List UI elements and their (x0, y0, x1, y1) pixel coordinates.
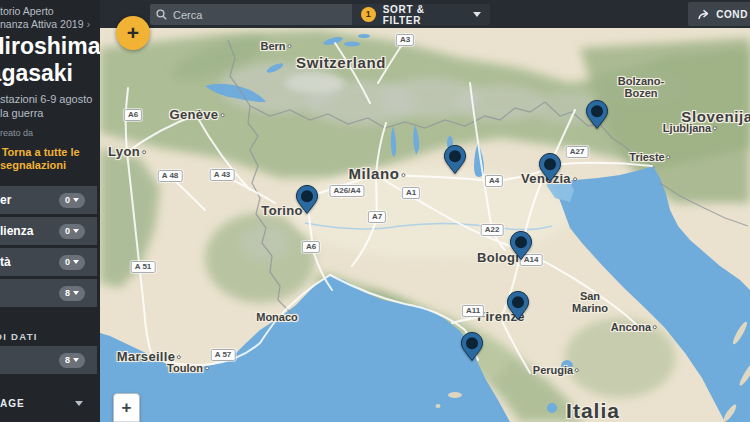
filter-count-pill[interactable]: 0 (59, 255, 85, 270)
filter-count-pill[interactable]: 0 (59, 224, 85, 239)
sidebar-footer-item[interactable]: AGE (0, 398, 97, 409)
sidebar-filter-row[interactable]: lienza0 (0, 217, 97, 245)
collection-title: Hiroshima & Nagasaki (0, 33, 100, 87)
add-post-button[interactable]: + (116, 16, 150, 50)
sort-filter-label: SORT & FILTER (383, 4, 465, 26)
chevron-down-icon (73, 358, 79, 362)
filter-count: 0 (65, 195, 70, 205)
filter-count-pill[interactable]: 8 (59, 286, 85, 301)
zoom-in-button[interactable]: + (114, 394, 139, 422)
deployment-breadcrumb[interactable]: torio Aperto nanza Attiva 2019› (0, 5, 90, 31)
share-button[interactable]: COND (688, 2, 750, 26)
map-marker[interactable] (584, 99, 610, 134)
deployment-name-line1: torio Aperto (0, 5, 54, 17)
map-marker[interactable] (537, 152, 563, 187)
chevron-down-icon (75, 401, 83, 406)
created-by-label: reato da (0, 128, 33, 138)
sidebar-filter-row[interactable]: 8 (0, 279, 97, 307)
filter-label: tà (0, 255, 59, 269)
filter-count-badge: 1 (361, 7, 376, 22)
map-marker[interactable] (294, 184, 320, 219)
map-marker[interactable] (508, 230, 534, 265)
share-icon (698, 9, 710, 20)
chevron-right-icon: › (86, 18, 90, 30)
topbar: 1 SORT & FILTER COND (100, 0, 750, 28)
map-application: BernSwitzerlandGenèveLyonMilanoTorinoVen… (0, 0, 750, 422)
back-to-all-posts-link[interactable]: ‹Torna a tutte le segnalazioni (0, 146, 94, 172)
chevron-down-icon (73, 260, 79, 264)
filter-count: 0 (65, 257, 70, 267)
collection-subtitle: stazioni 6-9 agosto la guerra (0, 92, 92, 120)
map-marker[interactable] (505, 290, 531, 325)
share-button-label: COND (716, 9, 748, 20)
filter-count: 8 (65, 355, 70, 365)
chevron-down-icon (73, 291, 79, 295)
map-markers-layer (100, 28, 750, 422)
sort-filter-button[interactable]: 1 SORT & FILTER (352, 4, 490, 25)
search-input[interactable] (167, 9, 346, 21)
chevron-down-icon (473, 12, 481, 17)
deployment-name-line2: nanza Attiva 2019 (0, 18, 83, 30)
map-zoom-control: + (113, 393, 140, 422)
map-marker[interactable] (459, 331, 485, 366)
filter-label: er (0, 193, 59, 207)
chevron-down-icon (73, 229, 79, 233)
chevron-down-icon (73, 198, 79, 202)
sidebar-filter-row[interactable]: er0 (0, 186, 97, 214)
sidebar-filter-row[interactable]: tà0 (0, 248, 97, 276)
filter-count-pill[interactable]: 0 (59, 193, 85, 208)
footer-label: AGE (0, 398, 67, 409)
filter-count: 0 (65, 226, 70, 236)
search-bar[interactable] (150, 4, 352, 25)
plus-icon: + (127, 21, 139, 44)
filter-count: 8 (65, 288, 70, 298)
search-icon (156, 9, 167, 20)
filter-label: lienza (0, 224, 59, 238)
filter-count-pill[interactable]: 8 (59, 353, 85, 368)
sidebar-filter-row[interactable]: 8 (0, 346, 97, 374)
sidebar: torio Aperto nanza Attiva 2019› Hiroshim… (0, 0, 100, 422)
map-marker[interactable] (442, 144, 468, 179)
map-canvas[interactable]: BernSwitzerlandGenèveLyonMilanoTorinoVen… (100, 28, 750, 422)
datasets-section-header: DI DATI (0, 331, 38, 342)
